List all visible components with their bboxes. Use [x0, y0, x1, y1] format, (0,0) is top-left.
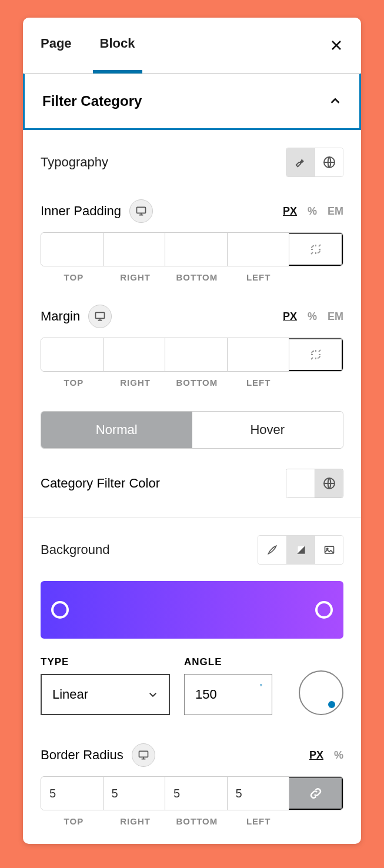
close-button[interactable] — [329, 38, 343, 52]
border-radius-inputs — [41, 776, 343, 810]
gradient-type-field: TYPE Linear — [41, 656, 170, 715]
unlink-icon — [309, 242, 323, 256]
inner-padding-right-input[interactable] — [103, 233, 165, 266]
border-radius-link-button[interactable] — [289, 777, 343, 810]
svg-rect-8 — [139, 751, 148, 757]
gradient-type-select[interactable]: Linear — [41, 674, 170, 715]
unit-percent[interactable]: % — [308, 205, 317, 218]
unit-percent[interactable]: % — [334, 749, 343, 762]
side-right-label: RIGHT — [105, 378, 166, 388]
background-gradient-button[interactable] — [286, 536, 315, 564]
globe-icon — [322, 155, 336, 169]
desktop-icon — [138, 749, 149, 761]
border-radius-device-button[interactable] — [132, 743, 155, 767]
gradient-angle-input[interactable] — [195, 687, 236, 702]
side-top-label: TOP — [43, 378, 105, 388]
category-color-row: Category Filter Color — [41, 469, 343, 498]
unit-px[interactable]: PX — [309, 749, 323, 762]
border-radius-right-input[interactable] — [103, 777, 165, 810]
gradient-stop-end[interactable] — [315, 601, 333, 619]
inner-padding-link-button[interactable] — [289, 233, 343, 266]
inner-padding-row: Inner Padding PX % EM — [41, 199, 343, 223]
inner-padding-top-input[interactable] — [41, 233, 103, 266]
gradient-angle-input-wrap: ° — [184, 674, 272, 715]
degree-icon: ° — [259, 683, 262, 691]
desktop-icon — [135, 205, 147, 217]
side-top-label: TOP — [43, 816, 105, 826]
gradient-bar[interactable] — [41, 581, 343, 639]
gradient-angle-knob[interactable] — [299, 670, 343, 715]
gradient-type-label: TYPE — [41, 656, 170, 668]
unit-px[interactable]: PX — [283, 311, 297, 323]
inner-padding-label: Inner Padding — [41, 203, 121, 219]
background-image-button[interactable] — [315, 536, 343, 564]
unit-percent[interactable]: % — [308, 311, 317, 323]
side-bottom-label: BOTTOM — [166, 272, 228, 282]
gradient-angle-label: ANGLE — [184, 656, 272, 668]
side-left-label: LEFT — [228, 378, 289, 388]
gradient-type-value: Linear — [52, 687, 88, 702]
category-color-swatch[interactable] — [286, 469, 315, 498]
border-radius-top-input[interactable] — [41, 777, 103, 810]
background-row: Background — [41, 535, 343, 565]
margin-bottom-input[interactable] — [165, 338, 227, 371]
border-radius-row: Border Radius PX % — [41, 743, 343, 767]
side-left-label: LEFT — [228, 816, 289, 826]
margin-inputs — [41, 338, 343, 372]
side-bottom-label: BOTTOM — [166, 816, 228, 826]
inner-padding-device-button[interactable] — [129, 199, 153, 223]
typography-label: Typography — [41, 155, 108, 170]
close-icon — [329, 38, 343, 52]
margin-side-labels: TOP RIGHT BOTTOM LEFT — [43, 378, 343, 388]
category-color-label: Category Filter Color — [41, 476, 160, 491]
unit-em[interactable]: EM — [328, 205, 343, 218]
inner-padding-side-labels: TOP RIGHT BOTTOM LEFT — [43, 272, 343, 282]
desktop-icon — [94, 311, 106, 322]
background-mode-group — [258, 535, 343, 565]
typography-global-button[interactable] — [315, 148, 343, 176]
typography-row: Typography — [41, 148, 343, 177]
gradient-angle-field: ANGLE ° — [184, 656, 272, 715]
margin-row: Margin PX % EM — [41, 305, 343, 328]
margin-right-input[interactable] — [103, 338, 165, 371]
margin-units: PX % EM — [283, 311, 343, 323]
side-bottom-label: BOTTOM — [166, 378, 228, 388]
side-top-label: TOP — [43, 272, 105, 282]
state-tabs: Normal Hover — [41, 411, 343, 449]
margin-label: Margin — [41, 309, 80, 324]
inner-padding-bottom-input[interactable] — [165, 233, 227, 266]
block-settings-panel: Page Block Filter Category Typography — [23, 18, 361, 844]
section-filter-category[interactable]: Filter Category — [23, 74, 361, 130]
border-radius-left-input[interactable] — [228, 777, 289, 810]
unlink-icon — [309, 348, 323, 362]
margin-left-input[interactable] — [228, 338, 289, 371]
margin-device-button[interactable] — [88, 305, 112, 328]
gradient-icon — [295, 544, 307, 556]
border-radius-bottom-input[interactable] — [165, 777, 227, 810]
state-tab-normal[interactable]: Normal — [41, 412, 192, 448]
tab-page[interactable]: Page — [41, 18, 72, 73]
unit-em[interactable]: EM — [328, 311, 343, 323]
category-color-global-button[interactable] — [315, 469, 343, 498]
chevron-up-icon — [329, 95, 342, 108]
brush-icon — [266, 544, 278, 556]
side-right-label: RIGHT — [105, 272, 166, 282]
wrench-icon — [294, 156, 307, 169]
gradient-config: TYPE Linear ANGLE ° — [41, 656, 343, 715]
inner-padding-left-input[interactable] — [228, 233, 289, 266]
border-radius-label: Border Radius — [41, 747, 123, 763]
side-left-label: LEFT — [228, 272, 289, 282]
globe-icon — [322, 476, 336, 490]
unit-px[interactable]: PX — [283, 205, 297, 218]
typography-settings-button[interactable] — [286, 148, 315, 176]
tab-block[interactable]: Block — [100, 18, 135, 73]
border-radius-units: PX % — [309, 749, 343, 762]
settings-tabs: Page Block — [23, 18, 361, 74]
section-title: Filter Category — [42, 93, 142, 109]
margin-top-input[interactable] — [41, 338, 103, 371]
margin-link-button[interactable] — [289, 338, 343, 371]
state-tab-hover[interactable]: Hover — [192, 412, 343, 448]
background-solid-button[interactable] — [258, 536, 286, 564]
gradient-stop-start[interactable] — [51, 601, 69, 619]
link-icon — [308, 786, 323, 801]
